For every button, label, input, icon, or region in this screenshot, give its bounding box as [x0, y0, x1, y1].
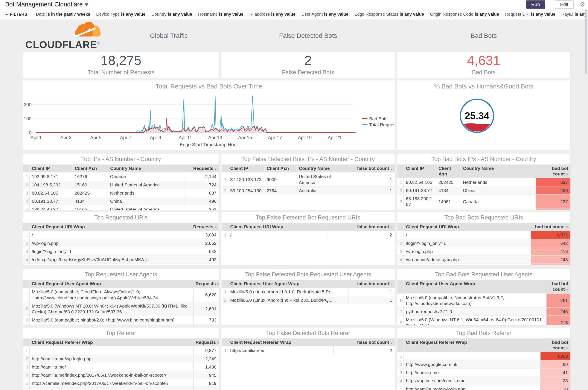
value-cell[interactable]: 243 — [531, 255, 570, 264]
filter-item[interactable]: Hostnameis any value — [198, 12, 244, 17]
table-cell[interactable]: http://camilia.me/wp-login.php — [30, 355, 194, 363]
table-cell[interactable]: https://camilia.me/ — [30, 388, 194, 390]
value-cell[interactable]: 18 — [540, 385, 570, 390]
value-cell[interactable]: 1 — [348, 288, 395, 296]
value-cell[interactable]: 1 — [350, 186, 395, 195]
table-cell[interactable]: /login/?login_only=1 — [404, 239, 531, 247]
table-cell[interactable]: China — [108, 197, 185, 205]
table-row[interactable]: 5https://camilia.me/index.php/2017/06/17… — [23, 379, 219, 388]
table-cell[interactable]: United States of America — [108, 181, 185, 189]
value-cell[interactable]: 733 — [193, 316, 219, 324]
column-header-sorted[interactable]: Requests∨ — [193, 280, 219, 288]
table-row[interactable]: 1/3,084 — [23, 231, 219, 239]
column-header[interactable]: Client IP — [404, 164, 436, 178]
table-cell[interactable]: Mozilla/5.0 (compatible; CloudFlare-Alwa… — [30, 288, 194, 302]
table-row[interactable]: 4 681 — [23, 324, 219, 325]
table-row[interactable]: 8Mozilla/5.0 (Windows NT 6.1; Win64; x64… — [397, 316, 571, 325]
column-header[interactable]: Client Request User Agent Wrap — [30, 280, 194, 288]
value-cell[interactable]: 2,031 — [531, 231, 570, 239]
table-row[interactable]: 4/cdn-cgi/apps/head/xVgyKhR-vV3dAUGhMqfB… — [23, 255, 219, 264]
value-cell[interactable]: 3,084 — [187, 231, 219, 239]
table-row[interactable]: 5136.24.49.3719165United States of Ameri… — [23, 205, 219, 210]
column-header-sorted[interactable]: Requests∨ — [187, 223, 219, 231]
filter-item[interactable]: Request URIis any value — [505, 12, 555, 17]
column-header[interactable]: Client Asn — [265, 164, 297, 172]
table-row[interactable]: 260.191.38.774134China496 — [397, 186, 571, 194]
table-row[interactable]: 1 4,359 — [397, 352, 571, 360]
column-header[interactable]: Client Request User Agent Wrap — [404, 280, 546, 293]
table-cell[interactable]: 4134 — [73, 197, 108, 205]
filter-item[interactable]: User Agentis any value — [301, 12, 348, 17]
value-cell[interactable]: 351 — [185, 205, 219, 210]
column-header[interactable]: Client IP — [30, 164, 73, 172]
table-row[interactable]: 5/cdn-cgi/apps/body/3Lh52SjWTQ4HRlErJykH… — [23, 264, 219, 265]
table-row[interactable]: 1Mozilla/5.0 (compatible; CloudFlare-Alw… — [23, 288, 219, 302]
filter-item[interactable]: Origin Response Codeis any value — [430, 12, 499, 17]
column-header[interactable]: Client IP — [228, 164, 265, 172]
table-cell[interactable]: /xmlrpc.php — [404, 264, 531, 265]
value-cell[interactable]: 41 — [540, 369, 570, 377]
value-cell[interactable]: 245 — [546, 307, 570, 316]
table-row[interactable]: 3http://camilia.me41 — [397, 369, 571, 377]
value-cell[interactable]: 637 — [536, 178, 570, 186]
table-cell[interactable]: Mozilla/5.0 (compatible; Nimbostratus-Bo… — [404, 293, 546, 307]
table-row[interactable]: 2104.198.5.23215169United States of Amer… — [23, 181, 219, 189]
table-cell[interactable]: 19165 — [73, 205, 108, 210]
column-header[interactable]: Client Asn — [73, 164, 108, 172]
filters-expand-arrow[interactable]: ▶ — [5, 13, 8, 16]
table-row[interactable]: 3/wp-login.php416 — [397, 247, 571, 255]
table-cell[interactable]: 80.82.64.105 — [404, 178, 436, 186]
table-row[interactable]: 460.191.38.774134China496 — [23, 197, 219, 205]
table-cell[interactable]: /wp-login.php — [30, 239, 187, 247]
table-cell[interactable]: China — [461, 186, 536, 194]
table-cell[interactable] — [404, 352, 540, 360]
value-cell[interactable]: 2,601 — [193, 302, 219, 316]
value-cell[interactable]: 637 — [185, 189, 219, 197]
column-header-sorted[interactable]: false bot count∨ — [348, 280, 395, 288]
table-row[interactable]: 1/2,031 — [397, 231, 571, 239]
table-row[interactable]: 2/login/?login_only=1642 — [397, 239, 571, 247]
value-cell[interactable]: 237 — [536, 195, 570, 209]
table-row[interactable]: 2Mozilla/5.0 (Windows NT 10.0; Win64; x6… — [23, 302, 219, 316]
column-header[interactable]: Client Request URI Wrap — [30, 223, 187, 231]
table-row[interactable]: 5http://camilia.me/wp-login.php18 — [397, 385, 571, 390]
value-cell[interactable]: 642 — [531, 239, 570, 247]
table-row[interactable]: 1 9,877 — [23, 346, 219, 355]
table-cell[interactable]: 23650 — [436, 208, 461, 210]
column-header[interactable]: Client Asn — [436, 164, 461, 178]
table-cell[interactable] — [30, 346, 194, 355]
table-cell[interactable]: 15169 — [73, 181, 108, 189]
table-cell[interactable]: /cdn-cgi/apps/body/3Lh52SjWTQ4HRlErJykHq… — [30, 264, 187, 265]
column-header-sorted[interactable]: Requests∨ — [193, 339, 219, 346]
filter-item[interactable]: Countryis any value — [151, 12, 192, 17]
table-cell[interactable]: https://camilia.me/index.php/2017/06/17/… — [30, 379, 194, 388]
table-cell[interactable]: Netherlands — [108, 189, 185, 197]
table-cell[interactable]: Mozilla/5.0 (Linux; Android 8.1.0; Redmi… — [228, 288, 349, 296]
table-cell[interactable]: 2764 — [265, 186, 297, 195]
page-scrollbar[interactable] — [585, 9, 588, 390]
column-header[interactable]: Client Request URI Wrap — [228, 223, 327, 231]
column-header[interactable]: Client Request Referer Wrap — [404, 339, 540, 352]
table-cell[interactable]: 14061 — [436, 195, 461, 209]
value-cell[interactable]: 2,652 — [187, 239, 219, 247]
table-cell[interactable]: python-requests/2.21.0 — [404, 307, 546, 316]
column-header[interactable]: Country Name — [108, 164, 185, 172]
table-cell[interactable]: 60.191.38.77 — [404, 186, 436, 194]
table-cell[interactable]: Mozilla/5.0 (Windows NT 6.1; Win64; x64;… — [404, 316, 546, 325]
table-row[interactable]: 6https://camilia.me/458 — [23, 388, 219, 390]
value-cell[interactable]: 483 — [187, 264, 219, 265]
table-cell[interactable]: Canada — [108, 172, 185, 181]
table-cell[interactable]: /wp-admin/admin-ajax.php — [404, 255, 531, 264]
table-row[interactable]: 259.100.254.1302764Australia1 — [222, 186, 395, 195]
table-cell[interactable]: Canada — [461, 195, 536, 209]
table-row[interactable]: 380.82.64.105202425Netherlands637 — [23, 189, 219, 197]
table-cell[interactable]: http://camilia.me/index.php/2017/06/17/w… — [30, 371, 194, 379]
value-cell[interactable]: 819 — [193, 379, 219, 388]
column-header[interactable]: Client Request URI Wrap — [404, 223, 531, 231]
value-cell[interactable]: 124 — [531, 264, 570, 265]
table-cell[interactable]: 9009 — [265, 172, 297, 187]
table-cell[interactable]: Netherlands — [461, 178, 536, 186]
value-cell[interactable]: 215 — [546, 316, 570, 325]
run-button[interactable]: Run — [526, 0, 545, 9]
column-header-sorted[interactable]: Requests∨ — [185, 164, 219, 172]
